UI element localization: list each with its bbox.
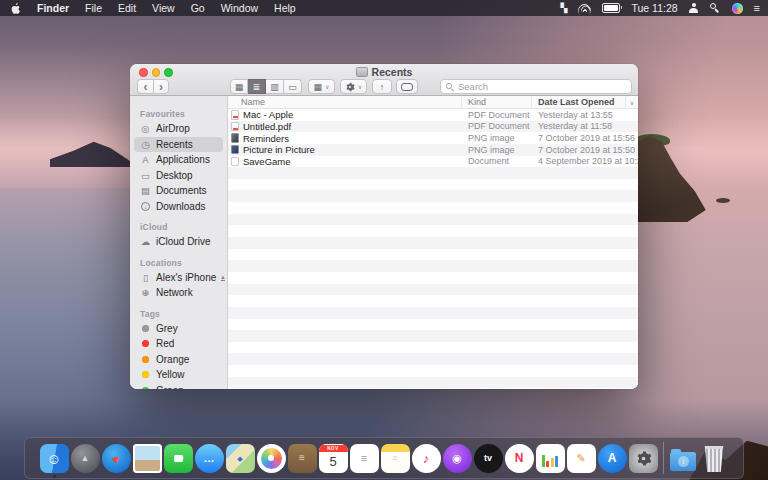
trash-icon: [704, 446, 724, 472]
table-row[interactable]: RemindersPNG image7 October 2019 at 15:5…: [228, 132, 638, 144]
empty-row: [228, 284, 638, 296]
empty-row: [228, 237, 638, 249]
action-button[interactable]: ∨: [340, 79, 367, 94]
dock-sysprefs[interactable]: [628, 438, 659, 478]
column-header-kind[interactable]: Kind: [462, 96, 532, 108]
sidebar-item-label: Grey: [156, 323, 178, 334]
sidebar-item-grey[interactable]: Grey: [134, 321, 223, 337]
dock-photos[interactable]: [256, 438, 287, 478]
dock-tv[interactable]: tv: [473, 438, 504, 478]
sidebar-item-documents[interactable]: ▤Documents: [134, 183, 223, 199]
file-list: Name Kind Date Last Opened ∨ Mac - Apple…: [228, 96, 638, 389]
column-options-chevron-icon[interactable]: ∨: [626, 96, 638, 108]
dock-safari[interactable]: ▶: [101, 438, 132, 478]
dock-downloads[interactable]: ↓: [668, 438, 699, 478]
dock-reminders[interactable]: ≡: [349, 438, 380, 478]
sidebar-item-yellow[interactable]: Yellow: [134, 367, 223, 383]
search-input[interactable]: [458, 81, 626, 92]
sidebar-item-label: Red: [156, 338, 174, 349]
back-button[interactable]: ‹: [137, 79, 153, 94]
menu-edit[interactable]: Edit: [110, 0, 144, 16]
table-row[interactable]: Picture in PicturePNG image7 October 201…: [228, 144, 638, 156]
forward-button[interactable]: ›: [153, 79, 169, 94]
search-field[interactable]: [440, 79, 632, 94]
menu-bar-clock[interactable]: Tue 11:28: [631, 2, 677, 14]
icloud-drive-icon: ☁: [140, 236, 151, 247]
menu-file[interactable]: File: [77, 0, 110, 16]
tag-dot-yellow: [142, 371, 149, 378]
dock-numbers[interactable]: [535, 438, 566, 478]
sidebar-item-icloud-drive[interactable]: ☁iCloud Drive: [134, 234, 223, 250]
sidebar-item-label: Recents: [156, 139, 193, 150]
tiles-menu-extra-icon[interactable]: ▚: [561, 0, 568, 16]
sidebar-item-airdrop[interactable]: ◎AirDrop: [134, 121, 223, 137]
table-row[interactable]: Untitled.pdfPDF DocumentYesterday at 11:…: [228, 121, 638, 133]
sidebar-item-green[interactable]: Green: [134, 383, 223, 390]
view-segment-list[interactable]: ≣: [248, 79, 266, 94]
file-icon-pdf: [231, 122, 239, 132]
share-button[interactable]: ↑: [372, 79, 392, 94]
dock-pages[interactable]: ✎: [566, 438, 597, 478]
table-row[interactable]: SaveGameDocument4 September 2019 at 10:2…: [228, 156, 638, 168]
empty-row: [228, 272, 638, 284]
toolbar: ‹ › ▦≣▥▭ ▦ ∨ ∨ ↑: [130, 79, 638, 96]
sidebar-item-recents[interactable]: ◷Recents: [134, 137, 223, 153]
dock-appstore[interactable]: A: [597, 438, 628, 478]
file-icon-pdf: [231, 110, 239, 120]
sidebar-section-icloud: iCloud: [140, 222, 227, 232]
dock-news[interactable]: N: [504, 438, 535, 478]
dock-messages[interactable]: …: [194, 438, 225, 478]
dock-podcasts[interactable]: ◉: [442, 438, 473, 478]
siri-icon[interactable]: [732, 3, 743, 14]
eject-icon[interactable]: ▴: [221, 274, 224, 281]
menu-window[interactable]: Window: [213, 0, 266, 16]
table-row[interactable]: Mac - ApplePDF DocumentYesterday at 13:5…: [228, 109, 638, 121]
dock-trash[interactable]: [699, 438, 730, 478]
view-segment-gallery[interactable]: ▭: [284, 79, 302, 94]
sidebar-item-red[interactable]: Red: [134, 336, 223, 352]
file-icon-img-dark: [231, 133, 239, 143]
numbers-app-icon: [536, 444, 565, 473]
empty-row: [228, 167, 638, 179]
appstore-app-icon: A: [598, 444, 627, 473]
menu-view[interactable]: View: [144, 0, 183, 16]
dock-finder[interactable]: ☺: [39, 438, 70, 478]
wifi-icon[interactable]: [578, 3, 591, 13]
sidebar-item-orange[interactable]: Orange: [134, 352, 223, 368]
menu-help[interactable]: Help: [266, 0, 304, 16]
window-titlebar[interactable]: Recents: [130, 64, 638, 79]
menu-finder[interactable]: Finder: [29, 0, 77, 16]
notification-center-icon[interactable]: ≡: [754, 0, 760, 16]
apple-menu-icon[interactable]: [8, 0, 29, 16]
tag-button[interactable]: [396, 79, 418, 94]
sidebar-section-tags: Tags: [140, 309, 227, 319]
dock-launchpad[interactable]: ▲: [70, 438, 101, 478]
dock: ☺▲▶…◆≡NOV5≡≡♪◉tvN✎A↓: [24, 437, 744, 479]
menu-go[interactable]: Go: [183, 0, 213, 16]
dock-facetime[interactable]: [163, 438, 194, 478]
view-segment-columns[interactable]: ▥: [266, 79, 284, 94]
sidebar-item-downloads[interactable]: ↓Downloads: [134, 199, 223, 215]
battery-icon[interactable]: [602, 3, 620, 13]
sidebar-item-label: iCloud Drive: [156, 236, 210, 247]
sidebar-item-desktop[interactable]: ▭Desktop: [134, 168, 223, 184]
group-by-button[interactable]: ▦ ∨: [308, 79, 335, 94]
sidebar-item-applications[interactable]: AApplications: [134, 152, 223, 168]
sidebar-item-alex-s-iphone[interactable]: ▯Alex's iPhone▴: [134, 270, 223, 286]
dock-contacts[interactable]: ≡: [287, 438, 318, 478]
sidebar-item-label: Yellow: [156, 369, 185, 380]
dock-calendar[interactable]: NOV5: [318, 438, 349, 478]
dock-music[interactable]: ♪: [411, 438, 442, 478]
column-header-name[interactable]: Name: [228, 96, 462, 108]
column-header-date-last-opened[interactable]: Date Last Opened: [532, 96, 626, 108]
dock-maps[interactable]: ◆: [225, 438, 256, 478]
sidebar-item-network[interactable]: ⊕Network: [134, 285, 223, 301]
dock-preview[interactable]: [132, 438, 163, 478]
empty-row: [228, 214, 638, 226]
sidebar-item-label: Orange: [156, 354, 189, 365]
dock-notes[interactable]: ≡: [380, 438, 411, 478]
file-kind: Document: [462, 156, 532, 166]
view-segment-icons[interactable]: ▦: [230, 79, 248, 94]
spotlight-search-icon[interactable]: [710, 3, 721, 14]
user-account-icon[interactable]: [689, 3, 699, 13]
